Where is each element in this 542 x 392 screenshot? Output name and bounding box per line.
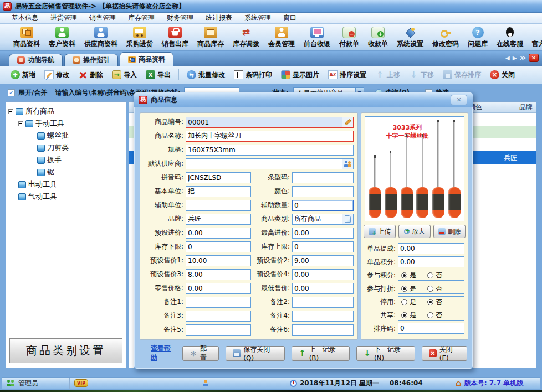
- toolbar-website-button[interactable]: 官方网站: [528, 25, 542, 49]
- spec-input[interactable]: [186, 145, 354, 156]
- price1-input[interactable]: [186, 255, 251, 266]
- base-unit-input[interactable]: [186, 186, 251, 197]
- import-button[interactable]: 导入: [108, 69, 141, 81]
- menu-sales[interactable]: 销售管理: [83, 12, 122, 24]
- radio-yes[interactable]: [401, 312, 407, 318]
- tab-scroll-right-icon[interactable]: ▶: [513, 55, 517, 61]
- next-record-button[interactable]: 下一记录(N): [356, 346, 415, 361]
- default-supplier-input[interactable]: [186, 158, 354, 169]
- product-name-input[interactable]: [186, 131, 354, 142]
- barcode-input[interactable]: [292, 172, 354, 183]
- tree-node-saws[interactable]: 锯: [37, 166, 124, 178]
- toolbar-support-button[interactable]: 在线客服: [492, 25, 528, 49]
- tab-guide[interactable]: 操作指引: [64, 54, 118, 66]
- menu-purchase[interactable]: 进货管理: [44, 12, 83, 24]
- tree-node-screwdrivers[interactable]: 螺丝批: [37, 130, 124, 142]
- price3-input[interactable]: [186, 269, 251, 280]
- dialog-title-bar[interactable]: 易 商品信息: [134, 92, 473, 107]
- toolbar-suppliers-button[interactable]: 供应商资料: [80, 25, 122, 49]
- collapse-icon[interactable]: [8, 109, 13, 114]
- radio-yes[interactable]: [401, 299, 407, 305]
- menu-inventory[interactable]: 库存管理: [122, 12, 161, 24]
- radio-no[interactable]: [427, 312, 433, 318]
- save-close-button[interactable]: 保存关闭(Q): [226, 346, 284, 361]
- tree-node-knives[interactable]: 刀剪类: [37, 142, 124, 154]
- tree-node-wrenches[interactable]: 扳手: [37, 154, 124, 166]
- toolbar-customers-button[interactable]: 客户资料: [44, 25, 80, 49]
- price2-input[interactable]: [292, 255, 354, 266]
- tab-function-nav[interactable]: 功能导航: [9, 54, 63, 66]
- delete-image-button[interactable]: 删除: [433, 225, 466, 238]
- move-down-button[interactable]: 下移: [405, 69, 438, 81]
- toolbar-cashier-button[interactable]: 前台收银: [299, 25, 335, 49]
- upload-image-button[interactable]: 上传: [364, 225, 396, 238]
- close-list-button[interactable]: 关闭: [486, 69, 519, 81]
- collapse-icon[interactable]: [18, 121, 23, 126]
- menu-system[interactable]: 系统管理: [238, 12, 277, 24]
- toolbar-settings-button[interactable]: 系统设置: [392, 25, 428, 49]
- radio-yes[interactable]: [401, 286, 407, 292]
- tab-scroll-left-icon[interactable]: ◀: [505, 55, 510, 61]
- min-price-input[interactable]: [292, 283, 354, 294]
- add-button[interactable]: 新增: [7, 69, 39, 81]
- config-button[interactable]: 配置: [182, 346, 219, 361]
- toolbar-members-button[interactable]: 会员管理: [264, 25, 299, 49]
- points-input[interactable]: [398, 256, 464, 267]
- supplier-lookup-button[interactable]: [342, 159, 353, 169]
- prev-record-button[interactable]: 上一记录(B): [292, 346, 350, 361]
- expand-merge-checkbox[interactable]: [8, 89, 15, 96]
- note6-input[interactable]: [292, 324, 354, 336]
- toolbar-transfer-button[interactable]: 库存调拨: [228, 25, 264, 49]
- close-dialog-button[interactable]: 关闭(E): [422, 346, 467, 361]
- category-lookup-button[interactable]: [342, 214, 353, 224]
- menu-basic-info[interactable]: 基本信息: [6, 12, 44, 24]
- menu-finance[interactable]: 财务管理: [161, 12, 200, 24]
- pinyin-input[interactable]: [186, 172, 251, 183]
- dialog-close-button[interactable]: ✕: [451, 95, 467, 105]
- product-code-input[interactable]: [186, 117, 354, 128]
- tree-node-power-tools[interactable]: 电动工具: [18, 178, 124, 190]
- save-sort-button[interactable]: 保存排序: [439, 69, 485, 81]
- toolbar-payment-button[interactable]: −付款单: [335, 25, 364, 49]
- category-settings-button[interactable]: 商品类别设置: [9, 338, 122, 363]
- aux-qty-input[interactable]: [292, 200, 354, 211]
- menu-reports[interactable]: 统计报表: [200, 12, 238, 24]
- toolbar-receipt-button[interactable]: +收款单: [364, 25, 392, 49]
- note5-input[interactable]: [186, 324, 251, 336]
- commission-input[interactable]: [398, 243, 464, 254]
- retail-price-input[interactable]: [186, 283, 251, 294]
- toolbar-sales-out-button[interactable]: 销售出库: [157, 25, 193, 49]
- barcode-print-button[interactable]: 条码打印: [230, 69, 276, 81]
- toolbar-purchase-button[interactable]: 采购进货: [122, 25, 157, 49]
- column-header-brand[interactable]: 品牌: [502, 102, 536, 112]
- price4-input[interactable]: [292, 269, 354, 280]
- tree-node-pneumatic-tools[interactable]: 气动工具: [18, 190, 124, 203]
- sort-settings-button[interactable]: 排序设置: [324, 69, 370, 81]
- delete-button[interactable]: 删除: [74, 69, 107, 81]
- sort-code-input[interactable]: [398, 323, 464, 334]
- toolbar-stock-button[interactable]: 商品库存: [193, 25, 228, 49]
- max-cost-input[interactable]: [292, 228, 354, 239]
- edit-button[interactable]: 修改: [40, 69, 73, 81]
- batch-edit-button[interactable]: 批量修改: [183, 69, 229, 81]
- tree-node-hand-tools[interactable]: 手动工具: [18, 117, 124, 130]
- move-up-button[interactable]: 上移: [371, 69, 404, 81]
- zoom-image-button[interactable]: 放大: [398, 225, 431, 238]
- radio-yes[interactable]: [401, 272, 407, 278]
- radio-no[interactable]: [427, 299, 433, 305]
- note1-input[interactable]: [186, 297, 251, 308]
- aux-unit-input[interactable]: [186, 200, 251, 211]
- stock-min-input[interactable]: [186, 241, 251, 252]
- note4-input[interactable]: [292, 311, 354, 322]
- toolbar-password-button[interactable]: 修改密码: [428, 25, 463, 49]
- color-input[interactable]: [292, 186, 354, 197]
- tree-node-all-goods[interactable]: 所有商品: [8, 105, 124, 117]
- note2-input[interactable]: [292, 297, 354, 308]
- show-images-button[interactable]: 显示图片: [277, 69, 323, 81]
- edit-code-button[interactable]: [342, 117, 353, 127]
- help-link[interactable]: 查看帮助: [151, 344, 176, 363]
- tab-overflow-icon[interactable]: ≫: [519, 54, 526, 61]
- menu-window[interactable]: 窗口: [277, 12, 303, 24]
- tab-close-button[interactable]: ✕: [529, 54, 539, 62]
- stock-max-input[interactable]: [292, 241, 354, 252]
